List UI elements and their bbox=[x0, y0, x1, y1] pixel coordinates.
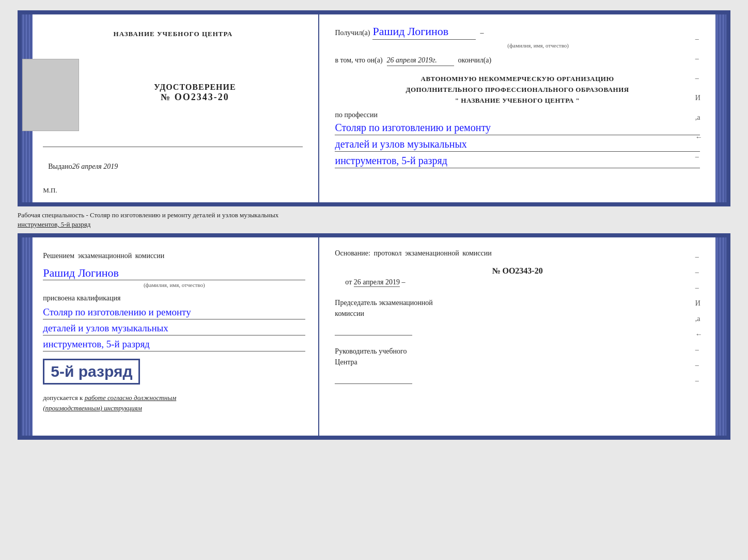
ot-dash: – bbox=[401, 278, 405, 286]
bottom-left-panel: Решением экзаменационной комиссии Рашид … bbox=[33, 237, 319, 436]
vtom-date: 26 апреля 2019г. bbox=[387, 56, 454, 66]
dashes-col: – – – И ,а ← – – – bbox=[695, 253, 703, 385]
b-dash-3: – bbox=[695, 284, 703, 292]
osnovanie-text: Основание: протокол экзаменационной коми… bbox=[335, 248, 699, 259]
ot-label: от bbox=[345, 278, 352, 286]
vydano-date: 26 апреля 2019 bbox=[72, 163, 118, 170]
fio-caption-bottom: (фамилия, имя, отчество) bbox=[43, 282, 305, 288]
dash-1: – bbox=[695, 35, 703, 43]
profession-line1-top: Столяр по изготовлению и ремонту bbox=[335, 122, 699, 135]
org-name: " НАЗВАНИЕ УЧЕБНОГО ЦЕНТРА " bbox=[335, 95, 699, 106]
spine-right-bottom bbox=[715, 237, 726, 436]
dash-2: – bbox=[695, 55, 703, 63]
b-dash-2: – bbox=[695, 268, 703, 277]
top-right-panel: Получил(а) Рашид Логинов – (фамилия, имя… bbox=[319, 14, 715, 202]
dopuskaetsya-value2: (производственным) инструкциям bbox=[43, 404, 142, 412]
prof-line2-bottom: деталей и узлов музыкальных bbox=[43, 323, 305, 335]
specialnost-text-2: инструментов, 5-й разряд bbox=[18, 220, 90, 228]
letter-i: И bbox=[695, 94, 703, 102]
vtom-line: в том, что он(а) 26 апреля 2019г. окончи… bbox=[335, 56, 699, 66]
b-dash-1: – bbox=[695, 253, 703, 261]
profession-line2-top: деталей и узлов музыкальных bbox=[335, 138, 699, 152]
b-arrow: ← bbox=[695, 330, 703, 339]
vydano-label: Выдано bbox=[48, 163, 72, 170]
profession-line3-top: инструментов, 5-й разряд bbox=[335, 155, 699, 168]
dash-3: – bbox=[695, 74, 703, 83]
bottom-right-panel: Основание: протокол экзаменационной коми… bbox=[319, 237, 715, 436]
razryad-box: 5-й разряд bbox=[43, 359, 140, 385]
poluchil-line: Получил(а) Рашид Логинов – bbox=[335, 25, 699, 40]
bottom-document: Решением экзаменационной комиссии Рашид … bbox=[18, 233, 730, 440]
spine-right-top bbox=[715, 14, 726, 202]
top-document: НАЗВАНИЕ УЧЕБНОГО ЦЕНТРА УДОСТОВЕРЕНИЕ №… bbox=[18, 10, 730, 206]
rukovoditel-line1: Руководитель учебного bbox=[335, 346, 699, 357]
ot-line: от 26 апреля 2019 – bbox=[345, 278, 699, 287]
resheniem-text: Решением экзаменационной комиссии bbox=[43, 250, 305, 261]
udostoverenie-title: УДОСТОВЕРЕНИЕ bbox=[154, 83, 236, 92]
b-dash-5: – bbox=[695, 361, 703, 370]
school-name-top: НАЗВАНИЕ УЧЕБНОГО ЦЕНТРА bbox=[114, 30, 233, 38]
arrow-left: ← bbox=[695, 133, 703, 141]
prof-line3-bottom: инструментов, 5-й разряд bbox=[43, 339, 305, 351]
predsedatel-block: Председатель экзаменационной комиссии bbox=[335, 297, 699, 335]
prisvoena-text: присвоена квалификация bbox=[43, 294, 305, 302]
org-line2: ДОПОЛНИТЕЛЬНОГО ПРОФЕССИОНАЛЬНОГО ОБРАЗО… bbox=[335, 85, 699, 95]
b-dash-4: – bbox=[695, 346, 703, 354]
razryad-text: 5-й разряд bbox=[51, 363, 132, 380]
prof-line1-bottom: Столяр по изготовлению и ремонту bbox=[43, 307, 305, 319]
page-container: НАЗВАНИЕ УЧЕБНОГО ЦЕНТРА УДОСТОВЕРЕНИЕ №… bbox=[18, 10, 730, 440]
dopuskaetsya-label: допускается к bbox=[43, 394, 83, 402]
vydano-line: Выдано26 апреля 2019 bbox=[48, 163, 118, 171]
letter-a: ,а bbox=[695, 114, 703, 122]
okonchil-label: окончил(а) bbox=[458, 56, 492, 65]
predsedatel-sign-line bbox=[335, 324, 412, 335]
poluchil-label: Получил(а) bbox=[335, 29, 370, 37]
udostoverenie-block: УДОСТОВЕРЕНИЕ № OO2343-20 bbox=[154, 83, 236, 103]
org-block: АВТОНОМНУЮ НЕКОММЕРЧЕСКУЮ ОРГАНИЗАЦИЮ ДО… bbox=[335, 74, 699, 106]
b-dash-6: – bbox=[695, 377, 703, 385]
recipient-name: Рашид Логинов bbox=[372, 25, 476, 40]
mp-label: М.П. bbox=[43, 186, 57, 195]
org-line1: АВТОНОМНУЮ НЕКОММЕРЧЕСКУЮ ОРГАНИЗАЦИЮ bbox=[335, 74, 699, 85]
rukovoditel-line2: Центра bbox=[335, 357, 699, 367]
predsedatel-line2: комиссии bbox=[335, 308, 699, 319]
dopuskaetsya-line: допускается к работе согласно должностны… bbox=[43, 393, 305, 413]
fio-caption-top: (фамилия, имя, отчество) bbox=[376, 42, 699, 49]
predsedatel-line1: Председатель экзаменационной bbox=[335, 297, 699, 308]
rukovoditel-sign-line bbox=[335, 373, 412, 384]
dopuskaetsya-value: работе согласно должностным bbox=[85, 394, 177, 402]
photo-placeholder bbox=[22, 59, 79, 131]
dash: – bbox=[480, 29, 484, 37]
po-professii-label: по профессии bbox=[335, 111, 699, 119]
specialnost-separator: Рабочая специальность - Столяр по изгото… bbox=[18, 211, 730, 229]
right-side-dashes-top: – – – И ,а ← – bbox=[695, 35, 703, 161]
rashid-name-bottom: Рашид Логинов bbox=[43, 266, 305, 280]
udostoverenie-number: № OO2343-20 bbox=[154, 92, 236, 103]
b-letter-a: ,а bbox=[695, 315, 703, 323]
right-side-dashes-bottom: – – – И ,а ← – – – bbox=[695, 253, 703, 385]
protocol-number: № OO2343-20 bbox=[335, 266, 699, 276]
spine-left-bottom bbox=[22, 237, 33, 436]
rukovoditel-block: Руководитель учебного Центра bbox=[335, 346, 699, 384]
ot-date: 26 апреля 2019 bbox=[354, 278, 400, 287]
b-letter-i: И bbox=[695, 299, 703, 308]
specialnost-text-1: Рабочая специальность - Столяр по изгото… bbox=[18, 211, 278, 219]
dash-4: – bbox=[695, 153, 703, 161]
top-left-panel: НАЗВАНИЕ УЧЕБНОГО ЦЕНТРА УДОСТОВЕРЕНИЕ №… bbox=[33, 14, 319, 202]
vtom-label: в том, что он(а) bbox=[335, 56, 382, 65]
